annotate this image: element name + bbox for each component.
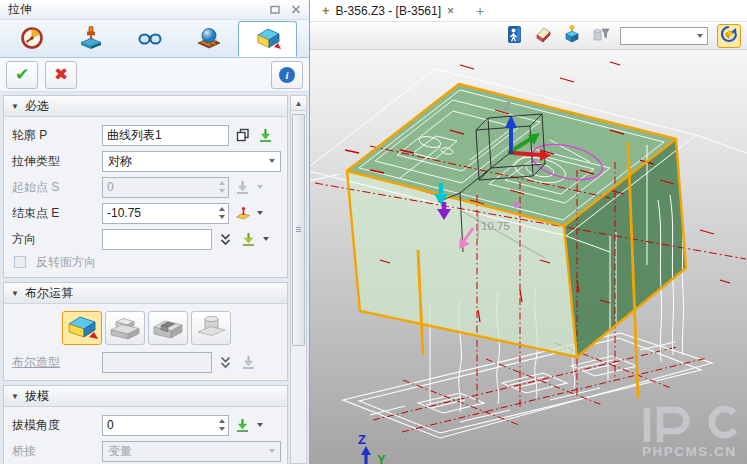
document-tab-active[interactable]: + B-356.Z3 - [B-3561] × [310, 0, 464, 22]
bridge-select[interactable]: 变量 [102, 441, 281, 462]
collapse-icon: ▼ [11, 392, 19, 401]
boolean-remove-button[interactable] [148, 311, 188, 345]
draft-angle-label: 拔模角度 [12, 417, 98, 434]
model-canvas[interactable]: Z [310, 50, 747, 464]
intersect-op-icon [194, 313, 228, 344]
dimension-text: 10.75 [481, 220, 510, 232]
extrude-type-select[interactable]: 对称 [102, 151, 281, 172]
triad-z-label: Z [358, 432, 366, 447]
start-point-input[interactable] [102, 177, 229, 198]
glasses-icon [137, 25, 163, 54]
end-caret-icon[interactable] [257, 211, 263, 215]
window-close-button[interactable] [287, 3, 305, 17]
tab-close-icon[interactable]: × [447, 4, 454, 18]
triad-y-label: Y [377, 452, 386, 464]
view-filter-combobox[interactable] [620, 27, 708, 45]
scrollbar-up-button[interactable]: ▲ [291, 96, 306, 111]
section-required-body: 轮廓 P 拉伸类型 [4, 117, 287, 277]
tab-extrude[interactable] [238, 21, 297, 57]
scrollbar-thumb[interactable] [292, 114, 305, 346]
dialog-icon-tabs [0, 20, 309, 58]
pick-draft-icon[interactable] [233, 416, 252, 435]
info-button[interactable]: i [271, 61, 303, 89]
draft-spin-arrows[interactable] [216, 416, 228, 435]
tab-stamp[interactable] [61, 21, 120, 57]
form-scrollbar[interactable]: ▲ [290, 95, 307, 464]
copy-icon[interactable] [233, 126, 252, 145]
boolean-op-buttons [12, 309, 281, 349]
cancel-x-icon: ✖ [54, 64, 68, 85]
boolean-add-button[interactable] [105, 311, 145, 345]
section-boolean-header[interactable]: ▼ 布尔运算 [4, 283, 287, 304]
section-boolean-body: 布尔造型 [4, 304, 287, 380]
section-required-header[interactable]: ▼ 必选 [4, 96, 287, 117]
start-spin-arrows[interactable] [216, 178, 228, 197]
start-point-label: 起始点 S [12, 179, 98, 196]
chevron-down-icon [269, 449, 275, 453]
dialog-action-row: ✔ ✖ i [0, 58, 309, 92]
view-orient-button[interactable] [717, 24, 741, 48]
section-draft-header[interactable]: ▼ 拔模 [4, 386, 287, 407]
double-chevron-icon[interactable] [216, 230, 235, 249]
boolean-shape-label[interactable]: 布尔造型 [12, 354, 98, 371]
flip-face-checkbox[interactable] [14, 256, 26, 268]
draft-angle-spinner [102, 415, 229, 436]
filter-button[interactable] [591, 26, 611, 46]
section-draft-body: 拔模角度 桥接 [4, 407, 287, 464]
pick-profile-icon[interactable] [256, 126, 275, 145]
exit-icon [506, 25, 523, 47]
collapse-icon: ▼ [11, 289, 19, 298]
extrude-dialog: 拉伸 [0, 0, 310, 464]
draft-caret-icon[interactable] [257, 423, 263, 427]
tab-gauge[interactable] [2, 21, 61, 57]
draft-angle-row: 拔模角度 [12, 412, 281, 438]
point-on-plane-icon[interactable] [233, 204, 252, 223]
pin-box-button[interactable] [562, 26, 582, 46]
base-op-icon [65, 313, 99, 344]
scroll-up-icon: ▲ [295, 99, 303, 108]
dialog-form: ▼ 必选 轮廓 P [0, 92, 309, 464]
start-caret-icon [257, 185, 263, 189]
boolean-shape-input[interactable] [102, 352, 212, 373]
ok-check-icon: ✔ [15, 64, 29, 85]
section-draft-title: 拔模 [25, 388, 49, 405]
app-window: 拉伸 [0, 0, 747, 464]
draft-angle-input[interactable] [102, 415, 229, 436]
boolean-shape-row: 布尔造型 [12, 349, 281, 375]
pick-start-icon-disabled [233, 178, 252, 197]
pick-direction-icon[interactable] [239, 230, 258, 249]
extrude-type-row: 拉伸类型 对称 [12, 148, 281, 174]
direction-input[interactable] [102, 229, 212, 250]
section-boolean-title: 布尔运算 [25, 285, 73, 302]
direction-caret-icon[interactable] [263, 237, 269, 241]
ok-button[interactable]: ✔ [6, 61, 38, 89]
end-point-label: 结束点 E [12, 205, 98, 222]
bridge-value: 变量 [108, 443, 132, 460]
chevron-down-icon [697, 34, 703, 38]
cancel-button[interactable]: ✖ [45, 61, 77, 89]
view-orient-icon [720, 25, 738, 46]
double-chevron-icon[interactable] [216, 353, 235, 372]
start-point-row: 起始点 S [12, 174, 281, 200]
eraser-icon [534, 25, 552, 46]
boolean-intersect-button[interactable] [191, 311, 231, 345]
window-restore-button[interactable] [266, 3, 284, 17]
viewport: + B-356.Z3 - [B-3561] × + [310, 0, 747, 464]
gauge-icon [19, 25, 45, 54]
tab-glasses[interactable] [120, 21, 179, 57]
x-axis-arrow[interactable] [513, 153, 542, 155]
erase-button[interactable] [533, 26, 553, 46]
watermark-text: PHPCMS.CN [642, 444, 737, 459]
pink-handle-square[interactable] [514, 202, 520, 208]
boolean-base-button[interactable] [62, 311, 102, 345]
tab-sphere[interactable] [179, 21, 238, 57]
dialog-titlebar: 拉伸 [0, 0, 309, 20]
profile-input[interactable] [102, 125, 229, 146]
exit-button[interactable] [504, 26, 524, 46]
end-point-input[interactable] [102, 203, 229, 224]
new-tab-button[interactable]: + [464, 3, 496, 19]
tab-pin-icon[interactable]: + [322, 3, 330, 18]
end-spin-arrows[interactable] [216, 204, 228, 223]
end-point-spinner [102, 203, 229, 224]
section-boolean: ▼ 布尔运算 [3, 282, 288, 381]
